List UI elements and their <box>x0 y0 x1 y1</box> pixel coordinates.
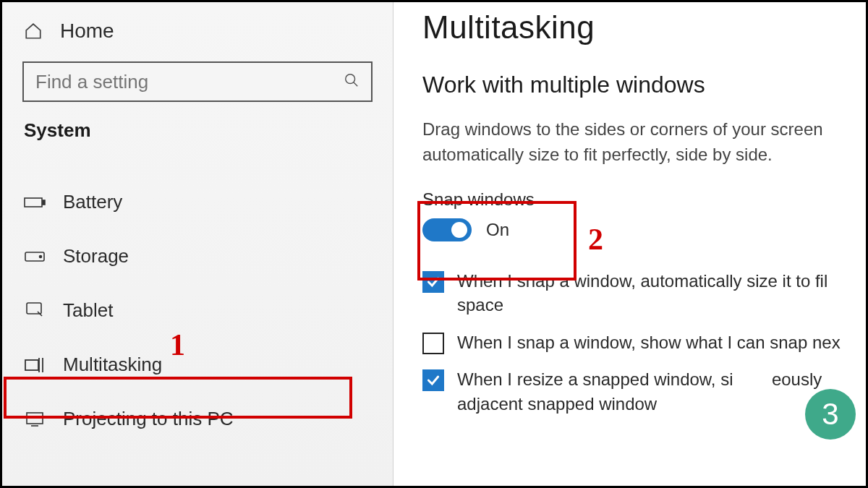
sidebar-item-storage[interactable]: Storage <box>2 229 393 283</box>
sidebar-item-tablet[interactable]: Tablet <box>2 283 393 338</box>
storage-icon <box>24 252 46 262</box>
checkbox-icon[interactable] <box>422 271 444 293</box>
sidebar-item-label: Battery <box>63 191 122 213</box>
snap-option-3[interactable]: When I resize a snapped window, si eousl… <box>422 367 859 416</box>
home-label: Home <box>60 20 114 43</box>
sidebar-item-projecting[interactable]: Projecting to this PC <box>2 392 393 446</box>
svg-rect-2 <box>25 198 42 207</box>
search-input[interactable] <box>22 61 373 102</box>
section-heading: Work with multiple windows <box>422 72 859 98</box>
search-icon <box>344 72 359 91</box>
sidebar-item-label: Multitasking <box>63 354 162 376</box>
snap-windows-toggle[interactable] <box>422 218 472 241</box>
snap-windows-block: Snap windows On <box>422 189 535 241</box>
svg-point-0 <box>346 74 355 84</box>
home-button[interactable]: Home <box>2 15 393 56</box>
main-panel: Multitasking Work with multiple windows … <box>393 2 866 486</box>
svg-line-1 <box>354 82 358 87</box>
snap-option-2[interactable]: When I snap a window, show what I can sn… <box>422 330 859 355</box>
category-label: System <box>2 119 393 175</box>
projecting-icon <box>24 411 46 427</box>
sidebar: Home System Battery <box>2 2 393 486</box>
svg-rect-7 <box>25 360 38 370</box>
svg-rect-10 <box>27 413 43 424</box>
svg-rect-3 <box>43 200 45 205</box>
checkbox-icon[interactable] <box>422 369 444 391</box>
snap-windows-state: On <box>486 220 509 240</box>
search-field[interactable] <box>35 71 344 93</box>
battery-icon <box>24 196 46 209</box>
snap-option-label: When I snap a window, show what I can sn… <box>457 330 841 355</box>
sidebar-item-label: Projecting to this PC <box>63 408 234 430</box>
snap-option-1[interactable]: When I snap a window, automatically size… <box>422 269 859 317</box>
multitasking-icon <box>24 357 46 373</box>
svg-rect-6 <box>27 303 41 314</box>
checkbox-icon[interactable] <box>422 333 444 354</box>
sidebar-item-label: Storage <box>63 245 129 267</box>
sidebar-item-label: Tablet <box>63 299 113 322</box>
settings-window: Home System Battery <box>2 2 866 486</box>
page-title: Multitasking <box>422 9 859 46</box>
snap-windows-label: Snap windows <box>422 189 535 210</box>
home-icon <box>22 22 44 40</box>
snap-option-label: When I resize a snapped window, si eousl… <box>457 367 859 416</box>
snap-option-label: When I snap a window, automatically size… <box>457 269 859 317</box>
sidebar-item-multitasking[interactable]: Multitasking <box>2 338 393 392</box>
snap-options-list: When I snap a window, automatically size… <box>422 269 859 416</box>
svg-point-5 <box>40 255 42 257</box>
tablet-icon <box>24 301 46 320</box>
section-description: Drag windows to the sides or corners of … <box>422 117 859 168</box>
sidebar-item-battery[interactable]: Battery <box>2 175 393 229</box>
